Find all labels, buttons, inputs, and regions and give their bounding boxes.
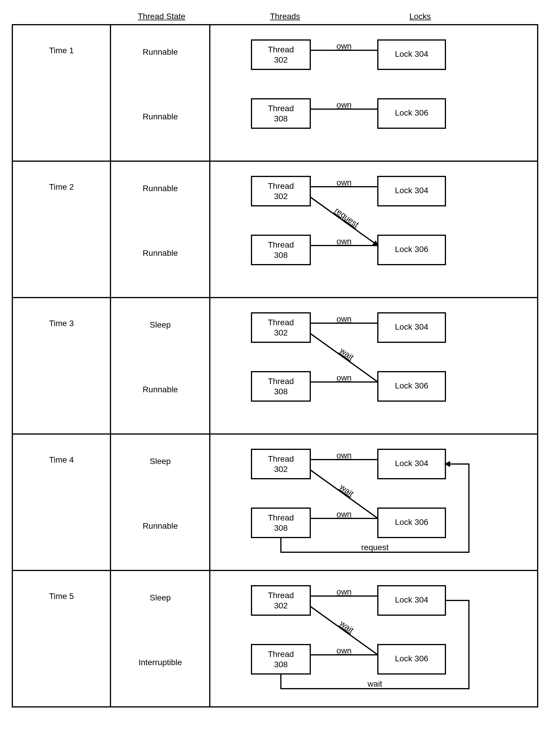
thread-label: Thread [268,650,294,659]
diagram-cell: Thread302Thread308Lock 304Lock 306ownown… [210,434,538,570]
thread-number: 302 [274,328,288,337]
thread-label: Thread [268,240,294,249]
header-locks: Locks [358,12,482,21]
row-diagram: Thread302Thread308Lock 304Lock 306ownown… [210,298,535,433]
lock-label: Lock 306 [395,245,428,254]
diagram-cell: Thread302Thread308Lock 304Lock 306ownown [210,25,538,161]
column-headers: Thread State Threads Locks [12,12,538,21]
header-threads: Threads [212,12,358,21]
state-a: Runnable [111,26,209,79]
state-a: Runnable [111,162,209,215]
diagram-cell: Thread302Thread308Lock 304Lock 306ownown… [210,161,538,298]
thread-label: Thread [268,377,294,386]
thread-label: Thread [268,454,294,463]
edge-label: own [337,510,352,519]
table-row: Time 5SleepInterruptibleThread302Thread3… [12,570,538,707]
diagram-wrap: Thread State Threads Locks Time 1Runnabl… [12,12,538,707]
edge-label: own [337,373,352,382]
state-b: Runnable [111,363,209,416]
thread-label: Thread [268,513,294,522]
edge-label: own [337,646,352,655]
thread-label: Thread [268,318,294,327]
thread-box [252,586,310,615]
header-thread-state: Thread State [112,12,212,21]
thread-box [252,235,310,265]
state-cell: SleepRunnable [111,434,210,570]
thread-box [252,99,310,128]
row-diagram: Thread302Thread308Lock 304Lock 306ownown… [210,435,535,570]
state-b: Runnable [111,227,209,280]
state-b: Runnable [111,500,209,553]
row-diagram: Thread302Thread308Lock 304Lock 306ownown [210,25,535,161]
thread-number: 308 [274,523,288,533]
state-cell: RunnableRunnable [111,161,210,298]
thread-number: 308 [274,114,288,123]
thread-box [252,508,310,538]
state-cell: SleepInterruptible [111,570,210,707]
thread-box [252,176,310,206]
state-a: Sleep [111,435,209,488]
lock-label: Lock 306 [395,381,428,390]
thread-label: Thread [268,181,294,191]
state-cell: RunnableRunnable [111,25,210,161]
thread-box [252,449,310,479]
thread-box [252,313,310,342]
time-cell: Time 2 [12,161,111,298]
row-diagram: Thread302Thread308Lock 304Lock 306ownown… [210,162,535,297]
thread-label: Thread [268,104,294,113]
thread-label: Thread [268,45,294,54]
edge-label: own [337,41,352,51]
edge-label: own [337,587,352,596]
time-cell: Time 1 [12,25,111,161]
thread-number: 302 [274,601,288,610]
lock-label: Lock 304 [395,322,428,331]
thread-box [252,372,310,401]
thread-number: 308 [274,387,288,396]
lock-label: Lock 304 [395,49,428,59]
timeline-table: Time 1RunnableRunnableThread302Thread308… [12,24,538,707]
thread-label: Thread [268,591,294,600]
row-diagram: Thread302Thread308Lock 304Lock 306ownown… [210,571,535,706]
thread-number: 302 [274,192,288,201]
thread-number: 308 [274,660,288,669]
lock-label: Lock 304 [395,459,428,468]
lock-label: Lock 306 [395,654,428,663]
edge-label: own [337,237,352,246]
thread-number: 308 [274,251,288,260]
diagram-cell: Thread302Thread308Lock 304Lock 306ownown… [210,570,538,707]
edge-label: own [337,178,352,187]
state-a: Sleep [111,571,209,624]
state-b: Interruptible [111,636,209,689]
time-cell: Time 5 [12,570,111,707]
table-row: Time 3SleepRunnableThread302Thread308Loc… [12,298,538,434]
state-a: Sleep [111,298,209,351]
edge-label: request [333,206,361,229]
lock-label: Lock 304 [395,595,428,604]
edge-label: own [337,451,352,460]
time-cell: Time 3 [12,298,111,434]
thread-box [252,645,310,674]
table-row: Time 2RunnableRunnableThread302Thread308… [12,161,538,298]
thread-number: 302 [274,465,288,474]
edge-label: own [337,314,352,323]
diagram-cell: Thread302Thread308Lock 304Lock 306ownown… [210,298,538,434]
state-cell: SleepRunnable [111,298,210,434]
state-b: Runnable [111,90,209,143]
lock-label: Lock 306 [395,518,428,527]
time-cell: Time 4 [12,434,111,570]
edge-label: wait [367,679,382,688]
lock-label: Lock 304 [395,186,428,195]
edge-label: own [337,100,352,109]
edge-label: request [361,543,389,552]
thread-number: 302 [274,55,288,64]
lock-label: Lock 306 [395,108,428,117]
table-row: Time 1RunnableRunnableThread302Thread308… [12,25,538,161]
table-row: Time 4SleepRunnableThread302Thread308Loc… [12,434,538,570]
thread-box [252,40,310,69]
